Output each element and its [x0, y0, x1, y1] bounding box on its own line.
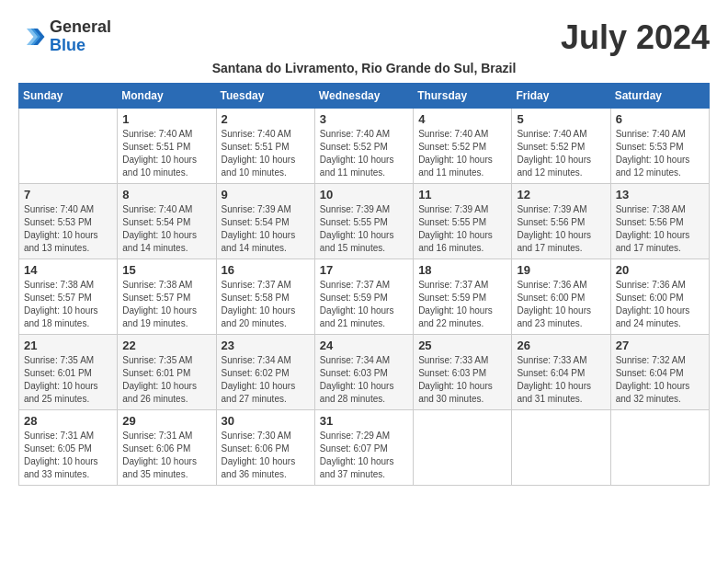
- calendar-cell: 18Sunrise: 7:37 AMSunset: 5:59 PMDayligh…: [414, 259, 512, 335]
- day-number: 20: [616, 263, 704, 277]
- day-info: Sunrise: 7:36 AMSunset: 6:00 PMDaylight:…: [616, 279, 704, 330]
- day-info: Sunrise: 7:37 AMSunset: 5:59 PMDaylight:…: [418, 279, 506, 330]
- calendar-header-row: Sunday Monday Tuesday Wednesday Thursday…: [19, 84, 710, 109]
- day-number: 18: [418, 263, 506, 277]
- calendar-cell: 14Sunrise: 7:38 AMSunset: 5:57 PMDayligh…: [19, 259, 118, 335]
- header-wednesday: Wednesday: [314, 84, 413, 109]
- calendar-cell: 15Sunrise: 7:38 AMSunset: 5:57 PMDayligh…: [118, 259, 216, 335]
- day-number: 6: [616, 112, 704, 126]
- day-number: 22: [122, 339, 210, 352]
- day-info: Sunrise: 7:32 AMSunset: 6:04 PMDaylight:…: [616, 354, 704, 406]
- calendar-cell: 13Sunrise: 7:38 AMSunset: 5:56 PMDayligh…: [610, 184, 709, 259]
- calendar-cell: [610, 410, 709, 486]
- day-number: 31: [320, 414, 408, 428]
- calendar-cell: 19Sunrise: 7:36 AMSunset: 6:00 PMDayligh…: [512, 259, 610, 335]
- calendar-cell: 16Sunrise: 7:37 AMSunset: 5:58 PMDayligh…: [216, 259, 314, 335]
- day-info: Sunrise: 7:31 AMSunset: 6:05 PMDaylight:…: [24, 430, 112, 481]
- calendar-week-row: 7Sunrise: 7:40 AMSunset: 5:53 PMDaylight…: [19, 184, 710, 259]
- calendar-cell: 3Sunrise: 7:40 AMSunset: 5:52 PMDaylight…: [314, 109, 413, 184]
- calendar-cell: 2Sunrise: 7:40 AMSunset: 5:51 PMDaylight…: [216, 109, 314, 184]
- day-number: 10: [320, 188, 408, 201]
- day-number: 30: [222, 414, 310, 428]
- day-number: 2: [222, 112, 310, 126]
- day-number: 11: [418, 188, 506, 201]
- day-info: Sunrise: 7:34 AMSunset: 6:02 PMDaylight:…: [222, 354, 310, 406]
- logo-icon: [18, 23, 46, 51]
- calendar-cell: 30Sunrise: 7:30 AMSunset: 6:06 PMDayligh…: [216, 410, 314, 486]
- day-number: 3: [320, 112, 408, 126]
- day-info: Sunrise: 7:33 AMSunset: 6:03 PMDaylight:…: [418, 354, 506, 406]
- day-number: 13: [616, 188, 704, 201]
- calendar-cell: 10Sunrise: 7:39 AMSunset: 5:55 PMDayligh…: [314, 184, 413, 259]
- location-subtitle: Santana do Livramento, Rio Grande do Sul…: [18, 61, 710, 75]
- day-number: 19: [517, 263, 605, 277]
- calendar-cell: 29Sunrise: 7:31 AMSunset: 6:06 PMDayligh…: [118, 410, 216, 486]
- day-number: 7: [24, 188, 112, 201]
- day-number: 21: [24, 339, 112, 352]
- day-number: 15: [122, 263, 210, 277]
- calendar-cell: 20Sunrise: 7:36 AMSunset: 6:00 PMDayligh…: [610, 259, 709, 335]
- day-info: Sunrise: 7:35 AMSunset: 6:01 PMDaylight:…: [24, 354, 112, 406]
- day-number: 25: [418, 339, 506, 352]
- day-info: Sunrise: 7:40 AMSunset: 5:53 PMDaylight:…: [24, 203, 112, 255]
- calendar-cell: 31Sunrise: 7:29 AMSunset: 6:07 PMDayligh…: [314, 410, 413, 486]
- calendar-week-row: 21Sunrise: 7:35 AMSunset: 6:01 PMDayligh…: [19, 335, 710, 410]
- day-info: Sunrise: 7:40 AMSunset: 5:53 PMDaylight:…: [616, 128, 704, 179]
- day-info: Sunrise: 7:30 AMSunset: 6:06 PMDaylight:…: [222, 430, 310, 481]
- day-number: 28: [24, 414, 112, 428]
- calendar-cell: 26Sunrise: 7:33 AMSunset: 6:04 PMDayligh…: [512, 335, 610, 410]
- day-number: 14: [24, 263, 112, 277]
- calendar-cell: 12Sunrise: 7:39 AMSunset: 5:56 PMDayligh…: [512, 184, 610, 259]
- logo: General Blue: [18, 18, 111, 55]
- calendar-cell: 6Sunrise: 7:40 AMSunset: 5:53 PMDaylight…: [610, 109, 709, 184]
- day-info: Sunrise: 7:33 AMSunset: 6:04 PMDaylight:…: [517, 354, 605, 406]
- day-info: Sunrise: 7:39 AMSunset: 5:56 PMDaylight:…: [517, 203, 605, 255]
- calendar-cell: 22Sunrise: 7:35 AMSunset: 6:01 PMDayligh…: [118, 335, 216, 410]
- day-number: 24: [320, 339, 408, 352]
- header-monday: Monday: [118, 84, 216, 109]
- calendar-cell: 1Sunrise: 7:40 AMSunset: 5:51 PMDaylight…: [118, 109, 216, 184]
- day-info: Sunrise: 7:37 AMSunset: 5:58 PMDaylight:…: [222, 279, 310, 330]
- calendar-cell: 11Sunrise: 7:39 AMSunset: 5:55 PMDayligh…: [414, 184, 512, 259]
- logo-general-text: General: [50, 18, 111, 37]
- day-info: Sunrise: 7:38 AMSunset: 5:57 PMDaylight:…: [24, 279, 112, 330]
- header-thursday: Thursday: [414, 84, 512, 109]
- header-sunday: Sunday: [19, 84, 118, 109]
- day-info: Sunrise: 7:40 AMSunset: 5:54 PMDaylight:…: [122, 203, 210, 255]
- calendar-cell: 24Sunrise: 7:34 AMSunset: 6:03 PMDayligh…: [314, 335, 413, 410]
- day-info: Sunrise: 7:36 AMSunset: 6:00 PMDaylight:…: [517, 279, 605, 330]
- day-number: 8: [122, 188, 210, 201]
- day-info: Sunrise: 7:38 AMSunset: 5:57 PMDaylight:…: [122, 279, 210, 330]
- logo-blue-text: Blue: [50, 37, 111, 55]
- calendar-cell: 4Sunrise: 7:40 AMSunset: 5:52 PMDaylight…: [414, 109, 512, 184]
- day-info: Sunrise: 7:39 AMSunset: 5:54 PMDaylight:…: [222, 203, 310, 255]
- day-number: 16: [222, 263, 310, 277]
- day-number: 12: [517, 188, 605, 201]
- calendar-cell: 9Sunrise: 7:39 AMSunset: 5:54 PMDaylight…: [216, 184, 314, 259]
- day-info: Sunrise: 7:37 AMSunset: 5:59 PMDaylight:…: [320, 279, 408, 330]
- calendar-cell: [19, 109, 118, 184]
- header-saturday: Saturday: [610, 84, 709, 109]
- calendar-cell: 21Sunrise: 7:35 AMSunset: 6:01 PMDayligh…: [19, 335, 118, 410]
- day-info: Sunrise: 7:40 AMSunset: 5:51 PMDaylight:…: [222, 128, 310, 179]
- day-info: Sunrise: 7:35 AMSunset: 6:01 PMDaylight:…: [122, 354, 210, 406]
- day-number: 5: [517, 112, 605, 126]
- day-info: Sunrise: 7:39 AMSunset: 5:55 PMDaylight:…: [320, 203, 408, 255]
- calendar-cell: 5Sunrise: 7:40 AMSunset: 5:52 PMDaylight…: [512, 109, 610, 184]
- day-info: Sunrise: 7:40 AMSunset: 5:52 PMDaylight:…: [320, 128, 408, 179]
- calendar-table: Sunday Monday Tuesday Wednesday Thursday…: [18, 83, 710, 486]
- calendar-cell: 7Sunrise: 7:40 AMSunset: 5:53 PMDaylight…: [19, 184, 118, 259]
- calendar-cell: [512, 410, 610, 486]
- day-info: Sunrise: 7:38 AMSunset: 5:56 PMDaylight:…: [616, 203, 704, 255]
- calendar-cell: 27Sunrise: 7:32 AMSunset: 6:04 PMDayligh…: [610, 335, 709, 410]
- day-number: 1: [122, 112, 210, 126]
- calendar-week-row: 1Sunrise: 7:40 AMSunset: 5:51 PMDaylight…: [19, 109, 710, 184]
- day-number: 27: [616, 339, 704, 352]
- page-header: General Blue July 2024: [18, 18, 710, 57]
- day-number: 29: [122, 414, 210, 428]
- calendar-cell: 23Sunrise: 7:34 AMSunset: 6:02 PMDayligh…: [216, 335, 314, 410]
- day-info: Sunrise: 7:39 AMSunset: 5:55 PMDaylight:…: [418, 203, 506, 255]
- day-number: 17: [320, 263, 408, 277]
- calendar-cell: 8Sunrise: 7:40 AMSunset: 5:54 PMDaylight…: [118, 184, 216, 259]
- day-info: Sunrise: 7:34 AMSunset: 6:03 PMDaylight:…: [320, 354, 408, 406]
